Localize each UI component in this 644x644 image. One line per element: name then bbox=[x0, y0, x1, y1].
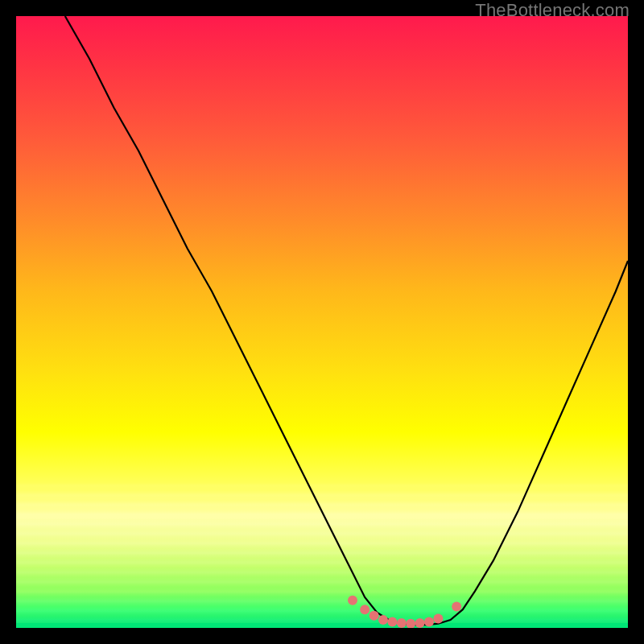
marker-dot bbox=[369, 611, 379, 621]
marker-dot bbox=[406, 619, 415, 628]
chart-svg bbox=[16, 16, 628, 628]
marker-dot bbox=[424, 617, 434, 626]
marker-dot bbox=[387, 617, 397, 626]
chart-frame bbox=[16, 16, 628, 628]
marker-dot bbox=[360, 605, 369, 614]
marker-dot bbox=[378, 615, 388, 625]
marker-dot bbox=[452, 601, 461, 611]
marker-dot bbox=[415, 618, 425, 628]
marker-dot bbox=[397, 618, 407, 628]
marker-dot bbox=[348, 596, 357, 605]
marker-dot bbox=[433, 614, 443, 624]
marker-group bbox=[348, 596, 461, 628]
curve-path bbox=[65, 16, 628, 625]
